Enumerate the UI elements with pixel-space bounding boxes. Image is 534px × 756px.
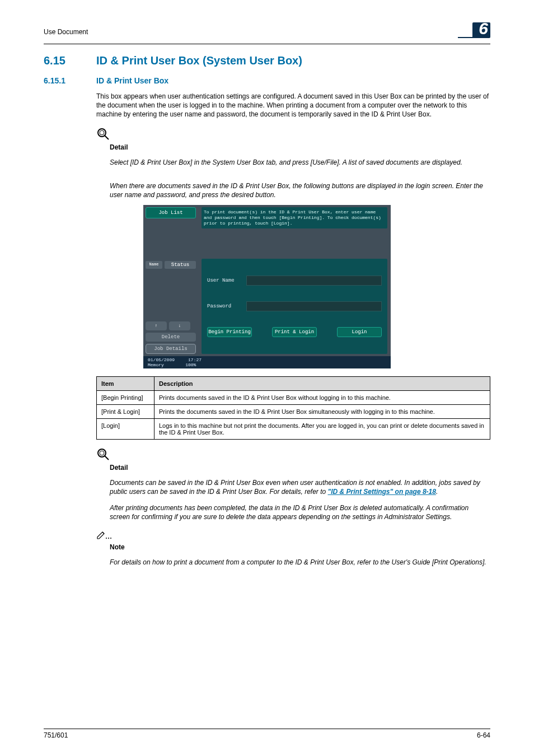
svg-point-7 (106, 538, 107, 539)
svg-line-2 (105, 136, 109, 139)
delete-button[interactable]: Delete (146, 333, 196, 342)
detail1-p2: When there are documents saved in the ID… (110, 181, 490, 199)
footer-time: 17:27 (188, 357, 202, 362)
id-print-settings-link[interactable]: "ID & Print Settings" on page 8-18 (328, 488, 436, 496)
print-login-button[interactable]: Print & Login (272, 327, 317, 337)
password-label: Password (207, 304, 246, 309)
section-title: ID & Print User Box (System User Box) (96, 54, 302, 67)
machine-footer: 01/05/2009 17:27 Memory 100% (143, 356, 391, 368)
job-details-button[interactable]: Job Details (146, 344, 196, 354)
page-header: Use Document 6 (44, 22, 490, 44)
footer-memory-value: 100% (185, 362, 196, 367)
footer-right: 6-64 (477, 731, 490, 739)
svg-line-6 (102, 532, 104, 534)
svg-point-1 (100, 130, 104, 135)
svg-point-3 (98, 449, 106, 457)
item-cell: [Begin Printing] (97, 391, 154, 405)
down-arrow-button[interactable]: ↓ (169, 321, 190, 330)
table-row: [Login] Logs in to this machine but not … (97, 419, 490, 440)
magnifier-icon (96, 447, 110, 463)
footer-left: 751/601 (44, 731, 68, 739)
subsection-title: ID & Print User Box (96, 76, 168, 85)
table-row: [Begin Printing] Prints documents saved … (97, 391, 490, 405)
detail-heading: Detail (110, 143, 490, 151)
page-footer: 751/601 6-64 (44, 729, 490, 739)
begin-printing-button[interactable]: Begin Printing (207, 327, 252, 337)
col-description: Description (154, 377, 490, 391)
intro-paragraph: This box appears when user authenticatio… (96, 92, 490, 119)
desc-cell: Logs in to this machine but not print th… (154, 419, 490, 440)
detail2-p2: After printing documents has been comple… (110, 503, 490, 521)
magnifier-icon (96, 127, 110, 142)
note-heading: Note (110, 543, 490, 551)
desc-cell: Prints documents saved in the ID & Print… (154, 391, 490, 405)
note-text: For details on how to print a document f… (110, 558, 490, 567)
description-table: Item Description [Begin Printing] Prints… (96, 376, 490, 440)
password-input[interactable] (246, 301, 382, 311)
breadcrumb: Use Document (44, 28, 88, 36)
desc-cell: Prints the documents saved in the ID & P… (154, 405, 490, 419)
footer-date: 01/05/2009 (148, 357, 175, 362)
col-item: Item (97, 377, 154, 391)
username-input[interactable] (246, 276, 382, 286)
login-button[interactable]: Login (337, 327, 382, 337)
detail-heading: Detail (110, 464, 490, 472)
login-screen-figure: Job List To print document(s) in the ID … (143, 205, 391, 368)
up-arrow-button[interactable]: ↑ (146, 321, 167, 330)
subsection-number: 6.15.1 (44, 76, 96, 85)
section-number: 6.15 (44, 54, 96, 67)
item-cell: [Print & Login] (97, 405, 154, 419)
name-column: Name (146, 261, 162, 269)
job-list-tab[interactable]: Job List (146, 207, 196, 218)
svg-line-5 (105, 456, 109, 460)
instruction-text: To print document(s) in the ID & Print U… (202, 207, 387, 228)
chapter-badge: 6 (470, 22, 490, 41)
svg-point-4 (100, 451, 104, 455)
pencil-icon (96, 529, 113, 542)
item-cell: [Login] (97, 419, 154, 440)
chapter-number: 6 (479, 19, 488, 38)
svg-point-9 (110, 538, 111, 539)
svg-point-0 (98, 129, 106, 137)
table-row: [Print & Login] Prints the documents sav… (97, 405, 490, 419)
username-label: User Name (207, 278, 246, 283)
status-column: Status (165, 261, 196, 269)
footer-memory-label: Memory (148, 362, 164, 367)
svg-point-8 (108, 538, 109, 539)
detail1-p1: Select [ID & Print User Box] in the Syst… (110, 158, 490, 167)
detail2-p1: Documents can be saved in the ID & Print… (110, 478, 490, 496)
